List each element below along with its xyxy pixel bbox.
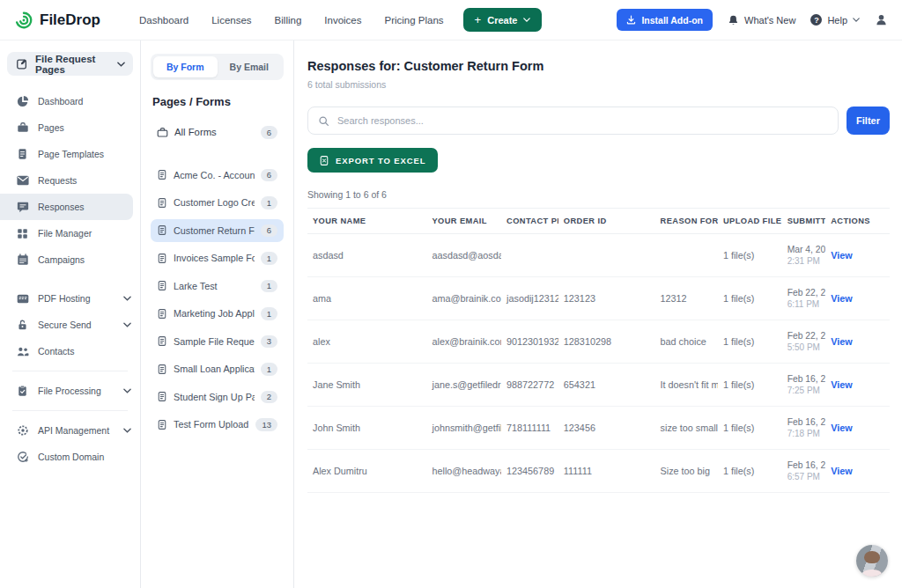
chevron-down-icon <box>853 18 860 22</box>
cell-upload-file: 1 file(s) <box>718 364 782 407</box>
sidebar-item-custom-domain[interactable]: Custom Domain <box>0 444 140 470</box>
install-addon-button[interactable]: Install Add-on <box>617 9 713 31</box>
cell-actions: View <box>825 364 890 407</box>
sidebar-item-dashboard[interactable]: Dashboard <box>0 88 140 114</box>
form-label: Student Sign Up Page <box>174 392 255 402</box>
cell-your-email: hello@headwayapps.com <box>427 450 502 493</box>
whats-new-button[interactable]: What's New <box>728 14 795 26</box>
sidebar-item-label: File Processing <box>38 386 101 396</box>
view-mode-tabs: By Form By Email <box>151 54 284 80</box>
clipboard-pen-icon <box>15 57 28 70</box>
view-link[interactable]: View <box>831 423 852 433</box>
cell-contact-phone: 123456789 <box>501 450 558 493</box>
sidebar-item-page-templates[interactable]: Page Templates <box>0 141 140 167</box>
topbar-nav-item[interactable]: Licenses <box>211 15 251 26</box>
sidebar-item-pdf-hosting[interactable]: PDF Hosting <box>0 285 140 312</box>
submitted-date: Feb 16, 2026 <box>787 417 821 427</box>
form-list-item[interactable]: Small Loan Application 1 <box>151 357 284 381</box>
sidebar-item-label: File Manager <box>38 228 92 239</box>
tab-by-email[interactable]: By Email <box>218 56 282 77</box>
search-input[interactable] <box>337 115 828 126</box>
form-list-item[interactable]: Customer Logo Creati... 1 <box>151 191 284 215</box>
cell-your-name: alex <box>307 320 427 364</box>
count-badge: 1 <box>261 363 277 376</box>
form-list-item[interactable]: Sample File Request 3 <box>151 330 284 354</box>
sidebar-item-label: Pages <box>38 122 64 133</box>
view-link[interactable]: View <box>831 336 852 347</box>
search-box[interactable] <box>307 107 839 135</box>
form-label: Customer Logo Creati... <box>174 197 255 208</box>
sidebar-item-file-manager[interactable]: File Manager <box>0 220 140 246</box>
submitted-time: 5:50 PM <box>787 342 821 352</box>
table-row: Alex Dumitru hello@headwayapps.com 12345… <box>307 450 890 493</box>
forms-panel: By Form By Email Pages / Forms All Forms… <box>141 40 294 588</box>
sidebar-item-responses[interactable]: Responses <box>0 194 133 220</box>
user-icon[interactable] <box>875 13 888 26</box>
cell-submitted: Feb 16, 2026 7:25 PM <box>782 364 826 407</box>
check-circle-icon <box>16 451 29 464</box>
cell-your-name: Jane Smith <box>307 364 427 407</box>
chevron-down-icon <box>117 62 125 67</box>
topbar-nav-item[interactable]: Pricing Plans <box>384 15 443 26</box>
topbar-nav-item[interactable]: Billing <box>275 15 302 26</box>
cell-submitted: Mar 4, 2026 2:31 PM <box>782 234 826 277</box>
export-to-excel-button[interactable]: EXPORT TO EXCEL <box>307 148 438 173</box>
tab-by-form[interactable]: By Form <box>153 56 218 77</box>
chevron-down-icon <box>123 296 131 301</box>
form-label: Small Loan Application <box>174 364 255 374</box>
cell-order-id: 123123 <box>558 277 655 320</box>
form-list-item[interactable]: Invoices Sample Form 1 <box>151 246 284 270</box>
document-icon <box>16 148 29 161</box>
cell-your-email: alex@brainik.com <box>427 320 502 364</box>
view-link[interactable]: View <box>831 293 852 304</box>
form-list-item[interactable]: Larke Test 1 <box>151 275 284 298</box>
forms-list: Acme Co. - Accounti... 6 Customer Logo C… <box>151 164 284 437</box>
column-header: YOUR NAME <box>307 209 427 234</box>
filedrop-swirl-icon <box>14 11 33 30</box>
sidebar-item-secure-send[interactable]: Secure Send <box>0 312 140 338</box>
topbar-right: Install Add-on What's New ? Help <box>617 9 888 31</box>
sidebar-item-contacts[interactable]: Contacts <box>0 338 140 364</box>
view-link[interactable]: View <box>831 379 852 390</box>
sidebar-item-label: Contacts <box>38 346 74 356</box>
help-button[interactable]: ? Help <box>810 14 860 26</box>
view-link[interactable]: View <box>831 466 852 476</box>
topbar-nav-item[interactable]: Invoices <box>324 15 361 26</box>
cell-upload-file: 1 file(s) <box>718 407 782 450</box>
column-header: CONTACT PHONE <box>501 209 558 234</box>
create-button[interactable]: + Create <box>463 8 543 32</box>
sidebar-item-campaigns[interactable]: Campaigns <box>0 246 140 273</box>
count-badge: 1 <box>261 252 277 265</box>
cell-contact-phone: 9012301932 <box>501 320 558 364</box>
filter-button[interactable]: Filter <box>847 107 890 135</box>
form-list-item[interactable]: Test Form Upload 13 <box>151 413 284 437</box>
document-icon <box>157 224 167 236</box>
sidebar-item-pages[interactable]: Pages <box>0 114 140 141</box>
form-list-item[interactable]: Student Sign Up Page 2 <box>151 386 284 409</box>
view-link[interactable]: View <box>831 250 852 261</box>
sidebar-item-api-management[interactable]: API Management <box>0 417 140 444</box>
all-forms-item[interactable]: All Forms 6 <box>151 121 284 144</box>
cell-your-email: aasdasd@aosdajdioac.om <box>427 234 502 277</box>
cell-upload-file: 1 file(s) <box>718 320 782 364</box>
sidebar-item-requests[interactable]: Requests <box>0 167 140 194</box>
form-list-item[interactable]: Marketing Job Applic... 1 <box>151 302 284 326</box>
calendar-icon <box>16 254 29 267</box>
topbar-nav-item[interactable]: Dashboard <box>139 15 189 26</box>
form-label: Larke Test <box>174 281 218 291</box>
sidebar-item-label: Responses <box>38 202 85 212</box>
brand-name: FileDrop <box>40 11 100 29</box>
count-badge: 6 <box>261 126 277 139</box>
cell-order-id <box>558 234 655 277</box>
cell-contact-phone <box>501 234 558 277</box>
user-avatar[interactable] <box>856 545 888 577</box>
form-label: Test Form Upload <box>174 419 248 430</box>
form-list-item[interactable]: Acme Co. - Accounti... 6 <box>151 164 284 187</box>
sidebar-item-file-request-pages[interactable]: File Request Pages <box>7 52 133 76</box>
sidebar-item-file-processing[interactable]: File Processing <box>0 378 140 404</box>
app-logo[interactable]: FileDrop <box>14 11 100 30</box>
pages-forms-heading: Pages / Forms <box>152 95 282 108</box>
form-list-item[interactable]: Customer Return Form 6 <box>151 219 284 243</box>
sidebar-item-label: Campaigns <box>38 254 85 265</box>
pdf-icon <box>16 292 29 305</box>
